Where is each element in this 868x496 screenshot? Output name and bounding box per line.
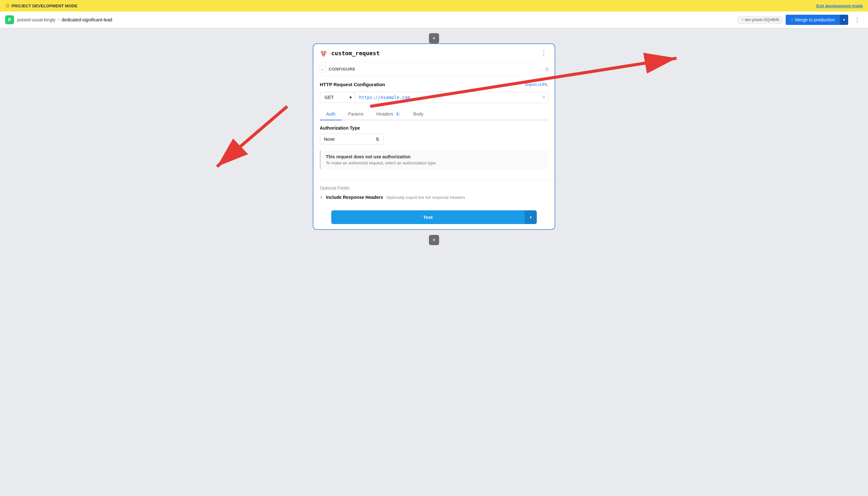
tabs-row: Auth Params Headers 1 Body xyxy=(320,108,548,120)
method-select[interactable]: GET ▾ xyxy=(320,92,355,103)
test-button[interactable]: Test xyxy=(331,210,525,224)
branch-name: dev-pravin-SQHB46 xyxy=(745,18,779,22)
node-card: custom_request ⋮ ⌄ CONFIGURE ⊘ HTTP Requ… xyxy=(313,43,555,230)
breadcrumb: poised-usual-kingly > dedicated-signific… xyxy=(17,17,735,22)
merge-btn-group: ↑ Merge to production ▾ xyxy=(786,15,848,25)
include-response-headers-item: + Include Response Headers Optionally ex… xyxy=(320,195,548,200)
breadcrumb-separator: > xyxy=(58,18,60,22)
merge-to-production-button[interactable]: ↑ Merge to production xyxy=(786,15,840,25)
node-menu-button[interactable]: ⋮ xyxy=(539,48,549,58)
auth-type-select[interactable]: None ⇅ xyxy=(320,134,383,144)
configure-section: ⌄ CONFIGURE ⊘ HTTP Request Configuration… xyxy=(313,62,555,229)
test-btn-group: Test ▾ xyxy=(331,210,537,224)
svg-point-0 xyxy=(321,51,323,53)
node-card-header: custom_request ⋮ xyxy=(313,44,555,62)
http-config-title: HTTP Request Configuration xyxy=(320,82,385,87)
nav-right: ⑂ dev-pravin-SQHB46 ↑ Merge to productio… xyxy=(738,15,863,25)
include-response-headers-plus[interactable]: + xyxy=(320,195,322,200)
app-logo: P xyxy=(5,15,14,24)
optional-fields-section: Optional Fields + Include Response Heade… xyxy=(313,180,555,205)
nav-more-button[interactable]: ⋮ xyxy=(851,15,863,25)
method-url-row: GET ▾ ⇅ xyxy=(320,92,548,103)
dev-banner-label: PROJECT DEVELOPMENT MODE xyxy=(12,3,78,8)
test-btn-section: Test ▾ xyxy=(313,205,555,229)
merge-label: Merge to production xyxy=(795,17,835,22)
auth-info-box: This request does not use authorization … xyxy=(320,150,548,169)
optional-field-name: Include Response Headers xyxy=(326,195,383,200)
configure-header: ⌄ CONFIGURE ⊘ xyxy=(313,62,555,76)
auth-type-label: Authorization Type xyxy=(320,125,548,130)
auth-select-chevron: ⇅ xyxy=(376,137,379,142)
import-curl-link[interactable]: Import cURL xyxy=(525,82,548,87)
merge-caret-button[interactable]: ▾ xyxy=(840,15,848,25)
auth-content: Authorization Type None ⇅ This request d… xyxy=(320,120,548,174)
url-input-wrapper: ⇅ xyxy=(355,92,548,103)
exit-dev-mode-link[interactable]: Exit development mode xyxy=(816,3,863,8)
optional-fields-title: Optional Fields xyxy=(320,185,548,190)
url-stepper-icon[interactable]: ⇅ xyxy=(540,94,548,101)
pin-button[interactable]: ⊘ xyxy=(545,66,549,72)
add-node-bottom-button[interactable]: + xyxy=(429,235,439,245)
auth-select-value: None xyxy=(324,137,334,142)
webhook-icon xyxy=(319,48,328,58)
tab-body[interactable]: Body xyxy=(407,108,430,120)
configure-toggle-button[interactable]: ⌄ xyxy=(319,65,326,73)
node-title: custom_request xyxy=(331,50,536,57)
tab-headers[interactable]: Headers 1 xyxy=(370,108,407,120)
headers-badge: 1 xyxy=(395,112,400,116)
method-chevron: ▾ xyxy=(349,95,352,100)
top-nav: P poised-usual-kingly > dedicated-signif… xyxy=(0,12,868,28)
dev-banner-left: ⚙ PROJECT DEVELOPMENT MODE xyxy=(5,3,78,9)
method-value: GET xyxy=(325,95,334,100)
merge-icon: ↑ xyxy=(791,17,793,22)
current-workflow-name: dedicated-significant-lead xyxy=(62,17,112,22)
test-caret-button[interactable]: ▾ xyxy=(525,210,537,224)
configure-label: CONFIGURE xyxy=(329,67,356,72)
branch-badge: ⑂ dev-pravin-SQHB46 xyxy=(738,16,783,24)
auth-info-desc: To make an authorized request, select an… xyxy=(326,160,543,165)
dev-banner: ⚙ PROJECT DEVELOPMENT MODE Exit developm… xyxy=(0,0,868,12)
canvas: + custom_request ⋮ ⌄ CONFIGURE ⊘ xyxy=(0,28,868,496)
http-config-body: HTTP Request Configuration Import cURL G… xyxy=(313,76,555,180)
branch-icon: ⑂ xyxy=(741,18,744,22)
warning-icon: ⚙ xyxy=(5,3,10,9)
svg-point-2 xyxy=(322,54,325,56)
url-input[interactable] xyxy=(355,92,540,103)
svg-point-1 xyxy=(324,51,326,53)
auth-info-title: This request does not use authorization xyxy=(326,154,543,159)
http-config-title-row: HTTP Request Configuration Import cURL xyxy=(320,82,548,87)
tab-params[interactable]: Params xyxy=(342,108,370,120)
project-name[interactable]: poised-usual-kingly xyxy=(17,17,56,22)
add-node-top-button[interactable]: + xyxy=(429,33,439,43)
tab-auth[interactable]: Auth xyxy=(320,108,342,120)
optional-field-desc: Optionally export the full response head… xyxy=(386,195,465,200)
